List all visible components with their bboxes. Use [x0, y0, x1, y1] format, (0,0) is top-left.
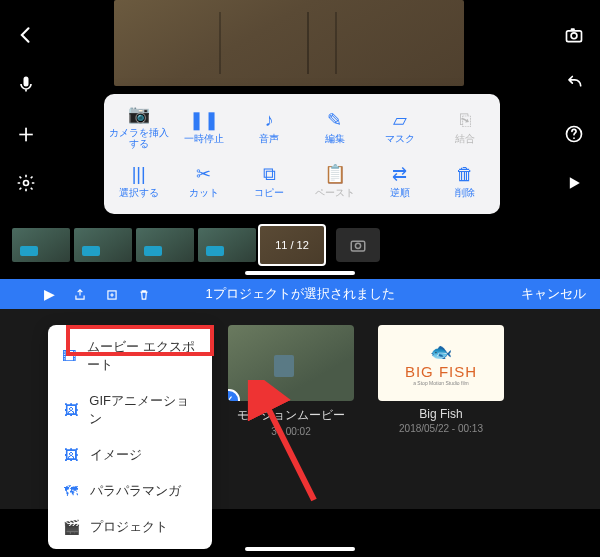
left-toolbar: ＋	[0, 0, 52, 218]
toolbar-pause[interactable]: ❚❚一時停止	[171, 100, 236, 154]
project-grid: ✓ モーションムービー 3 - 00:02 🐟 BIG FISH a Stop …	[226, 325, 506, 437]
projects-view: ▶ 1プロジェクトが選択されました キャンセル 🎞ムービー エクスポート🖼GIF…	[0, 279, 600, 557]
camera-button[interactable]	[557, 18, 591, 52]
menu-flipbook[interactable]: 🗺パラパラマンガ	[48, 473, 212, 509]
flipbook-icon: 🗺	[62, 483, 80, 499]
menu-movie-export[interactable]: 🎞ムービー エクスポート	[48, 329, 212, 383]
pause-label: 一時停止	[184, 133, 224, 144]
gif-anim-icon: 🖼	[62, 402, 79, 418]
image-label: イメージ	[90, 446, 142, 464]
menu-gif-anim[interactable]: 🖼GIFアニメーション	[48, 383, 212, 437]
paste-label: ペースト	[315, 187, 355, 198]
toolbar-select[interactable]: |||選択する	[106, 154, 171, 208]
share-icon[interactable]	[73, 286, 87, 302]
bigfish-logo-text: BIG FISH	[405, 363, 477, 380]
toolbar-reverse[interactable]: ⇄逆順	[367, 154, 432, 208]
delete-label: 削除	[455, 187, 475, 198]
copy-label: コピー	[254, 187, 284, 198]
preview-frame	[114, 0, 464, 86]
project-thumbnail: 🐟 BIG FISH a Stop Motion Studio film	[378, 325, 504, 401]
menu-project[interactable]: 🎬プロジェクト	[48, 509, 212, 545]
selected-check-icon: ✓	[228, 389, 240, 401]
mask-label: マスク	[385, 133, 415, 144]
toolbar-edit[interactable]: ✎編集	[302, 100, 367, 154]
share-menu: 🎞ムービー エクスポート🖼GIFアニメーション🖼イメージ🗺パラパラマンガ🎬プロジ…	[48, 325, 212, 549]
svg-point-6	[573, 137, 575, 139]
project-title: Big Fish	[419, 407, 462, 421]
toolbar-merge: ⎘結合	[433, 100, 498, 154]
timeline-clip[interactable]	[74, 228, 132, 262]
frame-counter: 11 / 12	[275, 239, 309, 251]
insert-camera-label: カメラを挿入 する	[109, 127, 169, 149]
merge-label: 結合	[455, 133, 475, 144]
project-meta: 3 - 00:02	[271, 426, 310, 437]
svg-rect-4	[571, 28, 575, 31]
cancel-button[interactable]: キャンセル	[521, 285, 600, 303]
selection-title: 1プロジェクトが選択されました	[205, 285, 394, 303]
project-icon: 🎬	[62, 519, 80, 535]
toolbar-audio[interactable]: ♪音声	[237, 100, 302, 154]
flipbook-label: パラパラマンガ	[90, 482, 181, 500]
toolbar-mask[interactable]: ▱マスク	[367, 100, 432, 154]
back-button[interactable]	[9, 18, 43, 52]
gif-anim-label: GIFアニメーション	[89, 392, 198, 428]
edit-label: 編集	[325, 133, 345, 144]
editor-view: ＋ 📷カメラを挿入 する❚❚一時停止♪音声✎編集▱マスク⎘結合|||選択する✂カ…	[0, 0, 600, 279]
project-meta: 2018/05/22 - 00:13	[399, 423, 483, 434]
delete-icon: 🗑	[456, 165, 474, 183]
image-icon: 🖼	[62, 447, 80, 463]
movie-export-label: ムービー エクスポート	[87, 338, 198, 374]
audio-icon: ♪	[265, 111, 274, 129]
insert-camera-icon: 📷	[128, 105, 150, 123]
toolbar-insert-camera[interactable]: 📷カメラを挿入 する	[106, 100, 171, 154]
project-card[interactable]: 🐟 BIG FISH a Stop Motion Studio film Big…	[376, 325, 506, 437]
project-card[interactable]: ✓ モーションムービー 3 - 00:02	[226, 325, 356, 437]
timeline-clip-selected[interactable]: 11 / 12	[260, 226, 324, 264]
play-button[interactable]	[557, 166, 591, 200]
cut-icon: ✂	[196, 165, 211, 183]
paste-icon: 📋	[324, 165, 346, 183]
audio-label: 音声	[259, 133, 279, 144]
movie-export-icon: 🎞	[62, 348, 77, 364]
svg-point-1	[24, 181, 29, 186]
settings-button[interactable]	[9, 166, 43, 200]
svg-rect-0	[24, 77, 29, 87]
svg-point-8	[355, 243, 360, 248]
play-icon[interactable]: ▶	[44, 286, 55, 302]
edit-toolbar-popup: 📷カメラを挿入 する❚❚一時停止♪音声✎編集▱マスク⎘結合|||選択する✂カット…	[104, 94, 500, 214]
project-title: モーションムービー	[237, 407, 345, 424]
timeline-clip[interactable]	[12, 228, 70, 262]
project-label: プロジェクト	[90, 518, 168, 536]
mic-button[interactable]	[9, 67, 43, 101]
cut-label: カット	[189, 187, 219, 198]
add-button[interactable]: ＋	[9, 117, 43, 151]
timeline-strip: 11 / 12	[0, 222, 600, 268]
copy-icon: ⧉	[263, 165, 276, 183]
trash-icon[interactable]	[137, 286, 151, 302]
toolbar-cut[interactable]: ✂カット	[171, 154, 236, 208]
undo-button[interactable]	[557, 67, 591, 101]
timeline-clip[interactable]	[136, 228, 194, 262]
toolbar-paste: 📋ペースト	[302, 154, 367, 208]
select-icon: |||	[132, 165, 146, 183]
bigfish-logo-icon: 🐟	[430, 341, 452, 363]
menu-image[interactable]: 🖼イメージ	[48, 437, 212, 473]
mask-icon: ▱	[393, 111, 407, 129]
help-button[interactable]	[557, 117, 591, 151]
toolbar-delete[interactable]: 🗑削除	[433, 154, 498, 208]
toolbar-copy[interactable]: ⧉コピー	[237, 154, 302, 208]
bigfish-logo-subtitle: a Stop Motion Studio film	[413, 380, 469, 386]
right-toolbar	[548, 0, 600, 218]
pause-icon: ❚❚	[189, 111, 219, 129]
project-thumbnail: ✓	[228, 325, 354, 401]
reverse-label: 逆順	[390, 187, 410, 198]
merge-icon: ⎘	[460, 111, 471, 129]
home-indicator	[245, 271, 355, 275]
reverse-icon: ⇄	[392, 165, 407, 183]
timeline-clip[interactable]	[198, 228, 256, 262]
add-camera-clip[interactable]	[336, 228, 380, 262]
duplicate-icon[interactable]	[105, 286, 119, 302]
selection-bar: ▶ 1プロジェクトが選択されました キャンセル	[0, 279, 600, 309]
svg-point-3	[571, 33, 577, 39]
home-indicator	[245, 547, 355, 551]
